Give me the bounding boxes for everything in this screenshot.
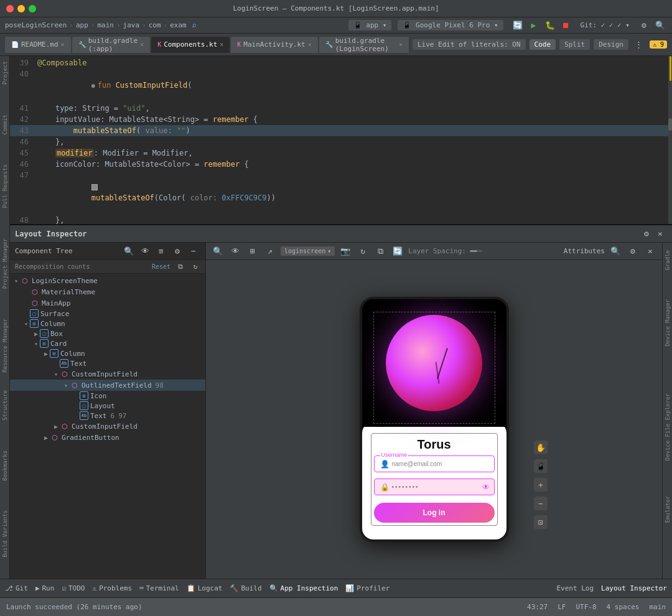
loginscreen-dropdown[interactable]: loginscreen ▾ [281, 246, 335, 256]
tree-item-materialtheme[interactable]: ▶ ⬡ MaterialTheme [10, 286, 205, 297]
ct-search-icon[interactable]: 🔍 [122, 245, 136, 258]
more-options-icon[interactable]: ⋮ [632, 38, 646, 52]
maximize-button[interactable] [29, 5, 36, 12]
ct-list-icon[interactable]: ≡ [154, 245, 168, 258]
device-dropdown[interactable]: 📱 Google Pixel 6 Pro ▾ [398, 20, 503, 30]
tab-close-readme[interactable]: × [61, 41, 65, 48]
sidebar-bookmarks[interactable]: Bookmarks [2, 450, 8, 481]
bottom-tab-problems[interactable]: ⚠ Problems [93, 584, 133, 592]
breadcrumb-item-4[interactable]: java [123, 21, 140, 29]
tree-item-gradientbutton[interactable]: ▶ ⬡ GradientButton [10, 432, 205, 443]
code-view-button[interactable]: Code [530, 39, 556, 50]
username-input[interactable]: 👤 name@email.com [374, 455, 495, 472]
sidebar-project[interactable]: Project [2, 61, 8, 85]
login-button[interactable]: Log in [374, 503, 495, 523]
minimize-button[interactable] [17, 5, 25, 12]
preview-refresh-icon[interactable]: ↻ [356, 245, 370, 258]
li-close-icon[interactable]: × [653, 227, 667, 241]
pan-icon[interactable]: ✋ [534, 441, 548, 454]
tree-item-outlinedtextfield[interactable]: ▾ ⬡ OutlinedTextField 98 [10, 380, 205, 391]
tree-item-icon[interactable]: ▶ ⊞ Icon [10, 391, 205, 401]
event-log-tab[interactable]: Event Log [556, 584, 594, 592]
attr-close-icon[interactable]: × [643, 245, 657, 258]
tree-item-layout[interactable]: ▶ □ Layout [10, 401, 205, 411]
layout-inspector-tab[interactable]: Layout Inspector [601, 584, 667, 592]
copy-icon[interactable]: ⧉ [175, 262, 185, 272]
ct-minus-icon[interactable]: − [187, 245, 200, 258]
breadcrumb-item-6[interactable]: exam [170, 21, 187, 29]
tree-item-column-2[interactable]: ▶ ⊞ Column [10, 348, 205, 358]
preview-eye-icon[interactable]: 👁 [228, 245, 242, 258]
tree-item-surface[interactable]: ▶ □ Surface [10, 309, 205, 319]
sidebar-structure[interactable]: Structure [2, 390, 8, 421]
li-settings-icon[interactable]: ⚙ [640, 227, 653, 241]
tree-item-logintheme[interactable]: ▾ ⬡ LoginScreenTheme [10, 275, 205, 286]
bottom-tab-build[interactable]: 🔨 Build [230, 584, 261, 592]
emulator-tab[interactable]: Emulator [665, 491, 671, 528]
sidebar-projmanager[interactable]: Project Manager [2, 238, 8, 289]
breadcrumb-item-3[interactable]: main [97, 21, 114, 29]
live-edit-button[interactable]: Live Edit of literals: ON [413, 39, 526, 50]
sidebar-commit[interactable]: Commit [2, 114, 8, 135]
tab-close-components[interactable]: × [220, 41, 223, 48]
settings-icon[interactable]: ⚙ [637, 19, 651, 32]
refresh-icon[interactable]: ↻ [190, 262, 200, 272]
breadcrumb-item-1[interactable]: poseLoginScreen [5, 21, 67, 29]
fit-icon[interactable]: ⊡ [534, 515, 548, 529]
app-dropdown[interactable]: 📱 app ▾ [348, 20, 392, 30]
tab-build-gradle-app[interactable]: 🔧 build.gradle (:app) × [72, 37, 151, 53]
tab-mainactivity[interactable]: K MainActivity.kt × [231, 37, 317, 53]
tab-close-build[interactable]: × [140, 41, 144, 48]
device-manager-tab[interactable]: Device Manager [665, 294, 671, 352]
stop-icon[interactable]: ⏹ [559, 19, 573, 32]
preview-expand-icon[interactable]: ⊞ [246, 245, 259, 258]
split-view-button[interactable]: Split [559, 39, 590, 50]
tree-item-column-1[interactable]: ▾ ⊞ Column [10, 319, 205, 329]
attr-settings-icon[interactable]: ⚙ [626, 245, 640, 258]
sidebar-resources[interactable]: Resource Manager [2, 319, 8, 373]
zoom-out-icon[interactable]: − [534, 497, 548, 510]
sidebar-pullrequests[interactable]: Pull Requests [2, 164, 8, 208]
tree-item-card[interactable]: ▾ ⊞ Card [10, 338, 205, 348]
tab-readme[interactable]: 📄 README.md × [5, 37, 71, 53]
tree-item-custominputfield-2[interactable]: ▶ ⬡ CustomInputField [10, 421, 205, 432]
tree-item-text-1[interactable]: ▶ Ab Text [10, 358, 205, 368]
bottom-tab-todo[interactable]: ☑ TODO [62, 584, 85, 592]
tab-close-mainactivity[interactable]: × [308, 41, 312, 48]
design-view-button[interactable]: Design [594, 39, 628, 50]
device-icon[interactable]: 📱 [534, 459, 548, 473]
tree-item-box[interactable]: ▶ □ Box [10, 329, 205, 338]
sync-icon[interactable]: 🔄 [511, 19, 525, 32]
tree-item-text-2[interactable]: ▶ Ab Text 6 97 [10, 411, 205, 421]
tree-item-mainapp[interactable]: ▶ ⬡ MainApp [10, 297, 205, 309]
device-file-explorer-tab[interactable]: Device File Explorer [665, 388, 671, 465]
gradle-tab[interactable]: Gradle [665, 245, 671, 276]
attr-search-icon[interactable]: 🔍 [609, 245, 622, 258]
preview-export-icon[interactable]: ↗ [263, 245, 277, 258]
preview-3d-icon[interactable]: ⧉ [373, 245, 387, 258]
warning-badge[interactable]: ⚠ 9 [650, 40, 667, 49]
bottom-tab-git[interactable]: ⎇ Git [5, 584, 28, 592]
zoom-in-icon[interactable]: + [534, 478, 548, 492]
run-icon[interactable]: ▶ [527, 19, 541, 32]
password-input[interactable]: 🔒 •••••••• 👁 [374, 478, 495, 495]
bottom-tab-run[interactable]: ▶ Run [35, 584, 55, 592]
ct-filter-icon[interactable]: ⚙ [170, 245, 184, 258]
tab-close-build-login[interactable]: × [399, 41, 403, 48]
scrollbar-thumb[interactable] [668, 118, 672, 131]
preview-search-icon[interactable]: 🔍 [211, 245, 225, 258]
sidebar-build-variants[interactable]: Build Variants [2, 510, 8, 558]
search-icon[interactable]: 🔍 [653, 19, 667, 32]
search-everywhere-icon[interactable]: ⌕ [192, 21, 197, 30]
close-button[interactable] [6, 5, 14, 12]
debug-icon[interactable]: 🐛 [543, 19, 557, 32]
tree-item-custominputfield-1[interactable]: ▾ ⬡ CustomInputField [10, 368, 205, 380]
reset-button[interactable]: Reset [152, 263, 170, 270]
layer-spacing-slider[interactable] [470, 250, 482, 252]
ct-camera-icon[interactable]: 👁 [138, 245, 152, 258]
tab-components[interactable]: K Components.kt × [151, 37, 230, 53]
preview-sync-icon[interactable]: 🔄 [391, 245, 404, 258]
bottom-tab-terminal[interactable]: ⌨ Terminal [139, 584, 179, 592]
bottom-tab-profiler[interactable]: 📊 Profiler [345, 584, 390, 592]
bottom-tab-appinspection[interactable]: 🔍 App Inspection [269, 584, 338, 592]
